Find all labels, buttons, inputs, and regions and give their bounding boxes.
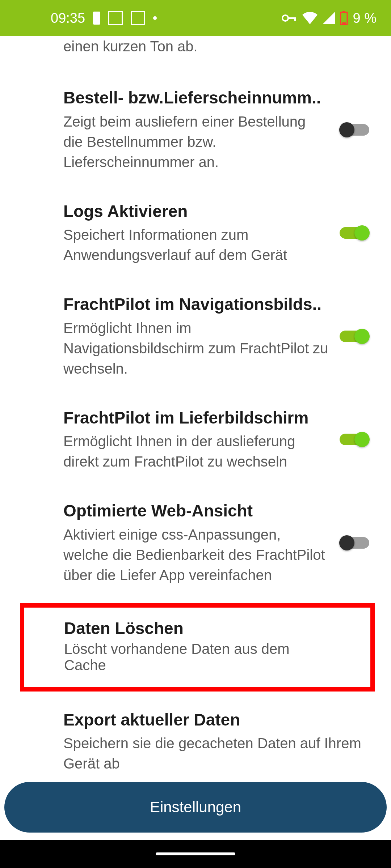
partial-setting-desc: einen kurzen Ton ab. (0, 36, 391, 73)
toggle-nav-screen[interactable] (340, 331, 369, 342)
setting-clear-data[interactable]: Daten Löschen Löscht vorhandene Daten au… (64, 618, 334, 673)
setting-title: Bestell- bzw.Lieferscheinnumm (63, 88, 329, 109)
setting-web-view[interactable]: Optimierte Web-Ansicht Aktiviert einige … (0, 486, 391, 600)
toggle-thumb (354, 329, 370, 344)
wifi-icon (302, 12, 318, 24)
dot-icon (153, 16, 157, 20)
toggle-deliver-screen[interactable] (340, 434, 369, 445)
toggle-thumb (339, 122, 354, 137)
setting-title: Daten Löschen (64, 618, 334, 638)
setting-title: Export aktueller Daten (63, 710, 369, 731)
setting-text: Optimierte Web-Ansicht Aktiviert einige … (63, 501, 329, 585)
setting-text: Export aktueller Daten Speichern sie die… (63, 710, 369, 774)
setting-deliver-screen[interactable]: FrachtPilot im Lieferbildschirm Ermöglic… (0, 393, 391, 486)
setting-text: Logs Aktivieren Speichert Informationen … (63, 201, 329, 265)
app-icon-1 (108, 11, 123, 25)
battery-percent: 9 % (353, 10, 377, 26)
nav-bar (0, 840, 391, 868)
setting-text: Bestell- bzw.Lieferscheinnumm Zeigt beim… (63, 88, 329, 172)
toggle-thumb (339, 535, 354, 550)
setting-text: FrachtPilot im Navigationsbilds Ermöglic… (63, 294, 329, 379)
setting-export-data[interactable]: Export aktueller Daten Speichern sie die… (0, 692, 391, 775)
setting-title: FrachtPilot im Lieferbildschirm (63, 408, 329, 429)
toggle-logs[interactable] (340, 227, 369, 239)
settings-button[interactable]: Einstellungen (4, 782, 387, 833)
setting-logs[interactable]: Logs Aktivieren Speichert Informationen … (0, 187, 391, 280)
setting-title: Logs Aktivieren (63, 201, 329, 222)
toggle-thumb (354, 432, 370, 447)
battery-full-icon (93, 12, 100, 25)
signal-icon (323, 12, 335, 24)
svg-rect-2 (294, 17, 296, 21)
setting-nav-screen[interactable]: FrachtPilot im Navigationsbilds Ermöglic… (0, 280, 391, 393)
settings-content: einen kurzen Ton ab. Bestell- bzw.Liefer… (0, 36, 391, 775)
setting-title: FrachtPilot im Navigationsbilds (63, 294, 329, 315)
setting-desc: Zeigt beim ausliefern einer Bestellung d… (63, 111, 329, 172)
svg-point-0 (282, 15, 288, 21)
status-bar: 09:35 9 % (0, 0, 391, 36)
setting-title: Optimierte Web-Ansicht (63, 501, 329, 522)
setting-desc: Löscht vorhandene Daten aus dem Cache (64, 641, 334, 673)
status-time: 09:35 (51, 10, 85, 26)
status-right: 9 % (282, 10, 377, 26)
setting-desc: Ermöglicht Ihnen im Navigationsbildschir… (63, 318, 329, 379)
svg-rect-5 (342, 22, 346, 24)
toggle-order-number[interactable] (340, 124, 369, 136)
setting-text: FrachtPilot im Lieferbildschirm Ermöglic… (63, 408, 329, 472)
toggle-web-view[interactable] (340, 537, 369, 549)
setting-desc: Speichern sie die gecacheten Daten auf I… (63, 733, 369, 774)
app-icon-2 (131, 11, 145, 25)
battery-low-icon (340, 11, 348, 25)
setting-desc: Speichert Informationen zum Anwendungsve… (63, 225, 329, 265)
setting-order-number[interactable]: Bestell- bzw.Lieferscheinnumm Zeigt beim… (0, 73, 391, 187)
vpn-key-icon (282, 14, 297, 22)
bottom-button-container: Einstellungen (0, 776, 391, 840)
nav-handle[interactable] (156, 852, 235, 855)
status-left: 09:35 (51, 10, 157, 26)
setting-desc: Aktiviert einige css-Anpassungen, welche… (63, 524, 329, 585)
highlight-box: Daten Löschen Löscht vorhandene Daten au… (20, 603, 375, 692)
toggle-thumb (354, 225, 370, 241)
setting-desc: Ermöglicht Ihnen in der auslieferung dir… (63, 431, 329, 472)
